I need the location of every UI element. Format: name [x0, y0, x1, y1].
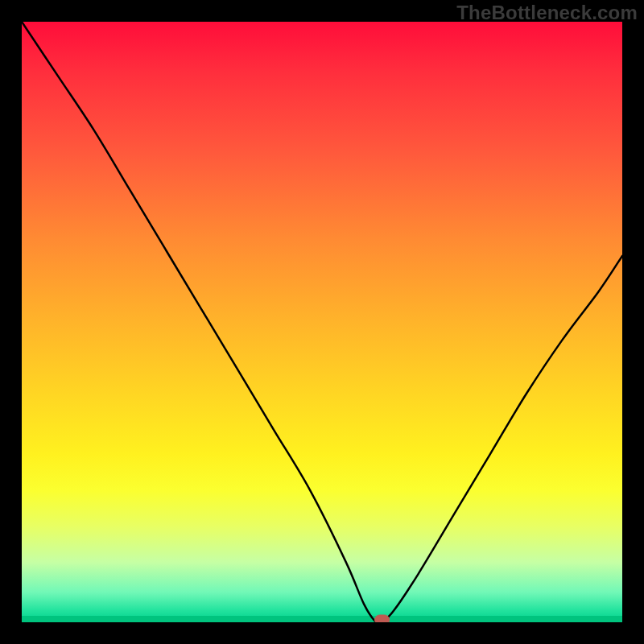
plot-area: [22, 22, 622, 622]
watermark-label: TheBottleneck.com: [456, 2, 638, 24]
bottleneck-curve: [22, 22, 622, 622]
plot-svg: [22, 22, 622, 622]
optimal-point-marker: [375, 615, 390, 622]
chart-frame: TheBottleneck.com: [0, 0, 644, 644]
